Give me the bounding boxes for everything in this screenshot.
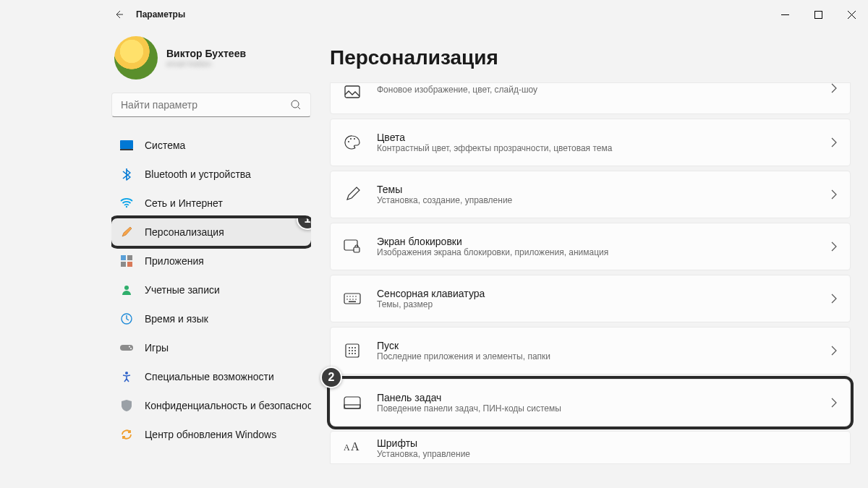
chevron-right-icon [831, 83, 837, 93]
sidebar-item-label: Bluetooth и устройства [145, 168, 251, 180]
svg-point-4 [126, 206, 127, 207]
callout-badge-1: 1 [297, 218, 311, 230]
sidebar-item-accounts[interactable]: Учетные записи [111, 276, 311, 304]
card-fonts[interactable]: AA Шрифты Установка, управление [330, 431, 851, 464]
svg-point-18 [354, 138, 355, 140]
profile[interactable]: Виктор Бухтеев email hidden [111, 29, 311, 93]
update-icon [120, 428, 133, 441]
globe-clock-icon [120, 312, 133, 325]
svg-text:A: A [351, 440, 359, 453]
card-lockscreen[interactable]: Экран блокировки Изображения экрана блок… [330, 223, 851, 270]
avatar [114, 36, 158, 80]
sidebar-item-label: Персонализация [145, 226, 224, 238]
minimize-button[interactable] [768, 0, 801, 29]
window-controls [768, 0, 868, 29]
card-title: Пуск [377, 340, 550, 351]
sidebar-item-gaming[interactable]: Игры [111, 334, 311, 361]
sidebar-item-personalization[interactable]: Персонализация 1 [111, 218, 311, 246]
sidebar-item-accessibility[interactable]: Специальные возможности [111, 363, 311, 390]
svg-rect-8 [127, 262, 132, 267]
sidebar-item-privacy[interactable]: Конфиденциальность и безопасность [111, 392, 311, 419]
card-subtitle: Фоновое изображение, цвет, слайд-шоу [377, 85, 537, 95]
font-icon: AA [344, 437, 361, 455]
card-title: Цвета [377, 132, 612, 143]
sidebar-item-apps[interactable]: Приложения [111, 247, 311, 275]
search-box[interactable] [111, 93, 311, 117]
svg-rect-30 [349, 301, 356, 303]
svg-point-17 [350, 138, 352, 140]
search-input[interactable] [121, 99, 290, 111]
svg-rect-5 [121, 255, 126, 260]
titlebar: Параметры [94, 0, 868, 29]
sidebar-item-time[interactable]: Время и язык [111, 305, 311, 333]
card-touch-keyboard[interactable]: Сенсорная клавиатура Темы, размер [330, 275, 851, 322]
card-background[interactable]: Фоновое изображение, цвет, слайд-шоу [330, 82, 851, 114]
svg-rect-2 [120, 140, 133, 149]
person-icon [120, 283, 133, 296]
chevron-right-icon [831, 294, 837, 304]
card-start[interactable]: Пуск Последние приложения и элементы, па… [330, 327, 851, 374]
main-panel: Персонализация Фоновое изображение, цвет… [318, 29, 868, 488]
svg-point-23 [349, 296, 351, 297]
svg-point-28 [352, 299, 354, 300]
chevron-right-icon [831, 189, 837, 200]
close-icon [848, 11, 856, 19]
svg-point-1 [292, 100, 299, 108]
gamepad-icon [120, 341, 133, 354]
profile-email: email hidden [166, 59, 246, 68]
sidebar-item-system[interactable]: Система [111, 132, 311, 159]
sidebar-item-update[interactable]: Центр обновления Windows [111, 421, 311, 448]
sidebar-item-label: Игры [145, 342, 169, 354]
card-title: Панель задач [377, 392, 561, 403]
nav-list: Система Bluetooth и устройства Сеть и Ин… [111, 132, 311, 448]
sidebar-item-network[interactable]: Сеть и Интернет [111, 189, 311, 217]
arrow-left-icon [113, 9, 124, 20]
sidebar-item-label: Система [145, 140, 185, 151]
chevron-right-icon [831, 137, 837, 147]
card-subtitle: Последние приложения и элементы, папки [377, 351, 550, 361]
svg-rect-42 [344, 405, 360, 408]
sidebar-item-label: Сеть и Интернет [145, 197, 223, 209]
svg-rect-11 [120, 345, 133, 351]
svg-point-16 [348, 141, 349, 142]
window-title: Параметры [136, 9, 185, 20]
card-colors[interactable]: Цвета Контрастный цвет, эффекты прозрачн… [330, 119, 851, 166]
system-icon [120, 139, 133, 152]
svg-point-35 [349, 350, 350, 351]
close-button[interactable] [835, 0, 868, 29]
card-subtitle: Изображения экрана блокировки, приложени… [377, 247, 608, 257]
svg-point-37 [354, 350, 356, 351]
card-title: Темы [377, 184, 512, 195]
card-subtitle: Установка, управление [377, 449, 470, 459]
wifi-icon [120, 197, 133, 210]
card-title: Экран блокировки [377, 236, 608, 247]
keyboard-icon [344, 290, 361, 307]
image-icon [344, 83, 361, 100]
accessibility-icon [120, 370, 133, 383]
maximize-button[interactable] [801, 0, 835, 29]
svg-rect-0 [814, 11, 822, 18]
svg-point-38 [349, 353, 350, 354]
start-grid-icon [344, 342, 361, 359]
sidebar-item-label: Центр обновления Windows [145, 429, 276, 440]
card-subtitle: Темы, размер [377, 299, 485, 309]
svg-point-26 [346, 299, 348, 300]
svg-point-33 [352, 347, 353, 348]
svg-point-25 [355, 296, 357, 297]
card-subtitle: Установка, создание, управление [377, 195, 512, 205]
settings-list: Фоновое изображение, цвет, слайд-шоу Цве… [330, 82, 851, 464]
card-subtitle: Контрастный цвет, эффекты прозрачности, … [377, 143, 612, 153]
pen-icon [344, 186, 361, 203]
chevron-right-icon [831, 346, 837, 356]
card-title: Шрифты [377, 437, 470, 449]
taskbar-icon [344, 394, 361, 411]
svg-point-34 [354, 347, 356, 348]
sidebar-item-label: Учетные записи [145, 284, 220, 296]
profile-name: Виктор Бухтеев [166, 48, 246, 59]
paintbrush-icon [120, 226, 133, 239]
maximize-icon [814, 11, 822, 19]
card-themes[interactable]: Темы Установка, создание, управление [330, 171, 851, 218]
back-button[interactable] [107, 3, 130, 26]
card-taskbar[interactable]: 2 Панель задач Поведение панели задач, П… [330, 379, 851, 427]
sidebar-item-bluetooth[interactable]: Bluetooth и устройства [111, 160, 311, 188]
